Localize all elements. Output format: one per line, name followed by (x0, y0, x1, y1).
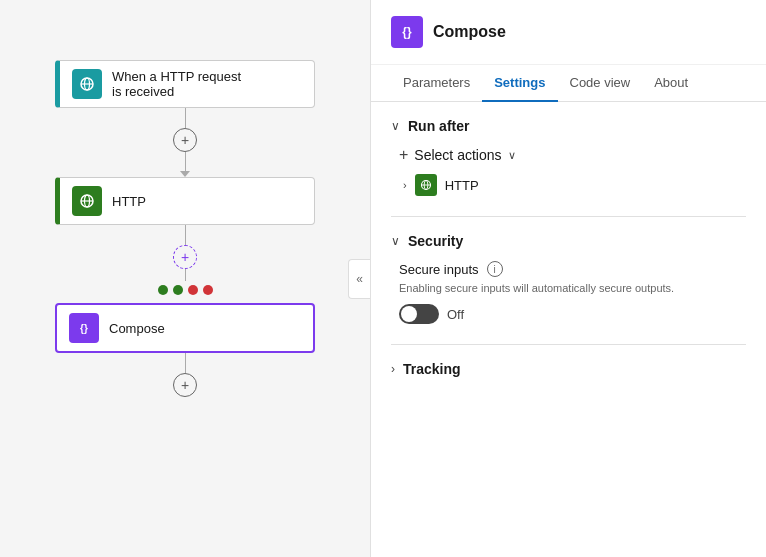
tab-code-view[interactable]: Code view (558, 65, 643, 102)
select-actions-chevron: ∨ (508, 149, 516, 162)
panel-title: Compose (433, 23, 506, 41)
tracking-section: › Tracking (391, 361, 746, 377)
run-after-section-header[interactable]: ∨ Run after (391, 118, 746, 134)
toggle-row: Off (399, 304, 746, 324)
plus-icon: + (399, 146, 408, 164)
settings-panel: {} Compose Parameters Settings Code view… (370, 0, 766, 557)
http-trigger-label: When a HTTP requestis received (112, 69, 241, 99)
compose-icon: {} (69, 313, 99, 343)
tracking-section-header[interactable]: › Tracking (391, 361, 746, 377)
security-chevron: ∨ (391, 234, 400, 248)
collapse-icon: « (356, 272, 363, 286)
compose-label: Compose (109, 321, 165, 336)
dot-3 (188, 285, 198, 295)
http-trigger-node[interactable]: When a HTTP requestis received (55, 60, 315, 108)
panel-header: {} Compose (371, 0, 766, 65)
divider-2 (391, 344, 746, 345)
run-after-content: + Select actions ∨ › HTTP (391, 146, 746, 196)
action-item-http[interactable]: › HTTP (399, 174, 746, 196)
secure-inputs-label: Secure inputs (399, 262, 479, 277)
canvas-panel: « When a HTTP requestis received + HTTP (0, 0, 370, 557)
tab-about[interactable]: About (642, 65, 700, 102)
add-step-button-2[interactable]: + (173, 245, 197, 269)
panel-content: ∨ Run after + Select actions ∨ › HTTP (371, 102, 766, 557)
divider-1 (391, 216, 746, 217)
panel-compose-icon: {} (391, 16, 423, 48)
http-action-icon (72, 186, 102, 216)
run-after-chevron: ∨ (391, 119, 400, 133)
http-action-node[interactable]: HTTP (55, 177, 315, 225)
action-item-http-label: HTTP (445, 178, 479, 193)
connector-1: + (173, 108, 197, 177)
dot-1 (158, 285, 168, 295)
dot-2 (173, 285, 183, 295)
http-action-label: HTTP (112, 194, 146, 209)
security-content: Secure inputs i Enabling secure inputs w… (391, 261, 746, 324)
connector-2: + (173, 225, 197, 281)
workflow-nodes: When a HTTP requestis received + HTTP + (55, 60, 315, 397)
toggle-off-label: Off (447, 307, 464, 322)
secure-inputs-row: Secure inputs i (399, 261, 746, 277)
action-item-chevron[interactable]: › (403, 179, 407, 191)
tracking-title: Tracking (403, 361, 461, 377)
http-trigger-icon (72, 69, 102, 99)
select-actions-button[interactable]: + Select actions ∨ (399, 146, 746, 164)
info-icon[interactable]: i (487, 261, 503, 277)
compose-node[interactable]: {} Compose (55, 303, 315, 353)
dot-4 (203, 285, 213, 295)
security-section: ∨ Security Secure inputs i Enabling secu… (391, 233, 746, 324)
secure-inputs-description: Enabling secure inputs will automaticall… (399, 281, 746, 296)
toggle-knob (401, 306, 417, 322)
status-dots (158, 285, 213, 295)
tab-settings[interactable]: Settings (482, 65, 557, 102)
add-step-button-3[interactable]: + (173, 373, 197, 397)
tab-parameters[interactable]: Parameters (391, 65, 482, 102)
action-item-http-icon (415, 174, 437, 196)
security-section-header[interactable]: ∨ Security (391, 233, 746, 249)
secure-inputs-toggle[interactable] (399, 304, 439, 324)
tracking-chevron: › (391, 362, 395, 376)
select-actions-label: Select actions (414, 147, 501, 163)
add-step-button-1[interactable]: + (173, 128, 197, 152)
tabs-bar: Parameters Settings Code view About (371, 65, 766, 102)
run-after-section: ∨ Run after + Select actions ∨ › HTTP (391, 118, 746, 196)
run-after-title: Run after (408, 118, 469, 134)
collapse-panel-button[interactable]: « (348, 259, 370, 299)
connector-3: + (173, 353, 197, 397)
security-title: Security (408, 233, 463, 249)
